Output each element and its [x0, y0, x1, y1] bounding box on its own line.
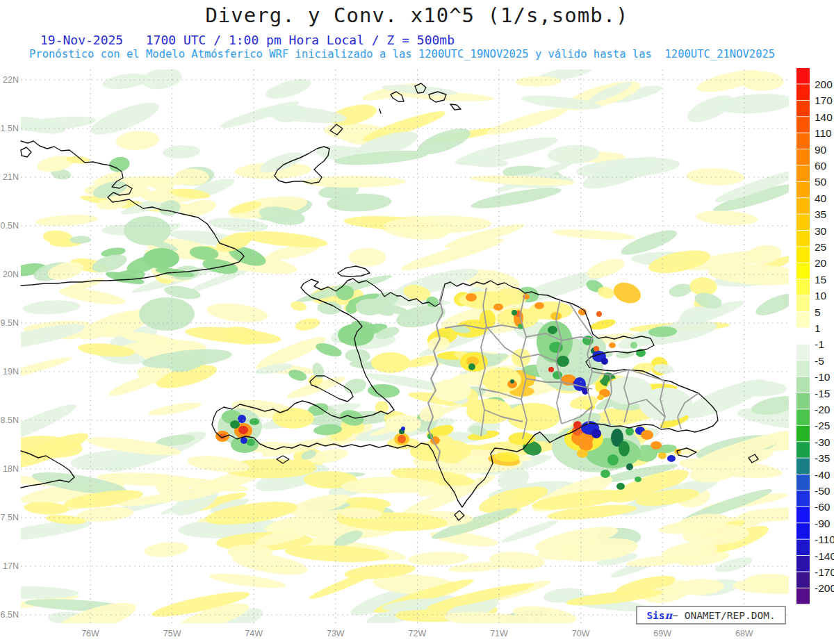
colorbar-block [796, 296, 810, 312]
latitude-label: 8.5N [1, 415, 19, 425]
colorbar-block [796, 231, 810, 247]
colorbar-block [796, 540, 810, 556]
colorbar-label: -140 [815, 550, 834, 562]
colorbar-label: 35 [815, 208, 826, 220]
colorbar-label: 20 [815, 257, 827, 269]
divergence-map: 22N1.5N21N0.5N20N9.5N19N8.5N18N7.5N17N6.… [0, 0, 834, 644]
longitude-label: 68W [735, 629, 753, 638]
colorbar-block [796, 345, 810, 361]
sispi-brand: Sis [646, 610, 664, 621]
latitude-label: 6.5N [1, 610, 19, 620]
colorbar-block [796, 215, 810, 231]
colorbar-label: 25 [815, 241, 826, 253]
latitude-label: 1.5N [1, 124, 19, 133]
credit-org: ONAMET/REP.DOM. [685, 610, 776, 621]
colorbar-block [796, 490, 810, 506]
colorbar-block [796, 149, 810, 165]
colorbar-label: -35 [815, 452, 830, 464]
colorbar-label: 10 [815, 290, 827, 302]
colorbar-label: 90 [815, 144, 827, 156]
shaded-field [0, 65, 831, 644]
latitude-label: 17N [3, 561, 19, 571]
tortuga-island [338, 266, 370, 276]
longitude-label: 73W [327, 629, 345, 638]
latitude-label: 19N [3, 367, 19, 377]
colorbar-block [796, 393, 810, 409]
colorbar-block [796, 263, 810, 279]
credit-box: Sisπ− ONAMET/REP.DOM. [636, 606, 786, 625]
colorbar-label: 1 [815, 322, 821, 334]
colorbar-label: -15 [815, 388, 830, 399]
colorbar-label: -110 [815, 534, 834, 545]
colorbar-block [796, 101, 810, 117]
colorbar-block [796, 507, 810, 523]
colorbar-label: -5 [815, 355, 824, 367]
colorbar-label: -30 [815, 436, 831, 448]
colorbar-label: 15 [815, 274, 826, 286]
colorbar-label: 170 [815, 94, 833, 106]
colorbar-label: -1 [815, 338, 824, 350]
colorbar-label: -50 [815, 485, 831, 497]
latitude-label: 21N [3, 172, 19, 182]
colorbar-block [796, 279, 810, 295]
colorbar-block [796, 572, 810, 588]
colorbar-block [796, 133, 810, 149]
colorbar-block [796, 328, 810, 344]
colorbar-block [796, 312, 810, 328]
longitude-label: 69W [653, 629, 671, 638]
colorbar-block [796, 84, 810, 99]
colorbar-label: -200 [815, 582, 834, 594]
colorbar-block [796, 459, 810, 474]
grand-turk [450, 104, 461, 110]
colorbar-label: -20 [815, 404, 831, 415]
longitude-label: 76W [81, 629, 99, 638]
colorbar-label: -170 [815, 566, 834, 578]
colorbar-block [796, 588, 810, 604]
colorbar-block [796, 556, 810, 572]
colorbar-block [796, 442, 810, 458]
latitude-label: 20N [3, 270, 19, 279]
latitude-label: 0.5N [1, 221, 19, 231]
colorbar-block [796, 361, 810, 377]
longitude-label: 70W [572, 629, 590, 638]
colorbar-label: 60 [815, 160, 827, 172]
colorbar-label: -25 [815, 420, 830, 431]
colorbar-block [796, 247, 810, 263]
colorbar-block [796, 474, 810, 490]
colorbar-label: 200 [815, 79, 833, 90]
colorbar-block [796, 182, 810, 198]
colorbar-label: -10 [815, 371, 831, 383]
colorbar-label: 140 [815, 111, 833, 123]
latitude-label: 9.5N [1, 318, 19, 328]
colorbar-block [796, 426, 810, 442]
colorbar-label: 30 [815, 225, 827, 237]
colorbar-label: 5 [815, 306, 821, 318]
longitude-label: 71W [490, 629, 508, 638]
colorbar-label: -60 [815, 501, 831, 513]
colorbar-block [796, 377, 810, 393]
latitude-label: 7.5N [1, 513, 19, 522]
colorbar-block [796, 68, 810, 84]
colorbar-block [796, 198, 810, 214]
pi-symbol: π [665, 609, 673, 621]
colorbar-label: 50 [815, 176, 827, 188]
colorbar-block [796, 165, 810, 181]
longitude-label: 74W [245, 629, 263, 638]
cuba-islet [21, 147, 31, 157]
colorbar-labels: 2001701401109060504035302520151051-1-5-1… [815, 79, 834, 594]
latitude-label: 18N [3, 464, 19, 474]
colorbar-label: -90 [815, 518, 831, 529]
colorbar-block [796, 409, 810, 425]
colorbar-label: 40 [815, 192, 827, 204]
longitude-label: 75W [163, 629, 181, 638]
latitude-label: 22N [3, 75, 19, 85]
caicos-tick [379, 109, 381, 113]
longitude-label: 72W [409, 629, 427, 638]
colorbar-label: 110 [815, 127, 832, 139]
colorbar [796, 68, 810, 604]
colorbar-block [796, 117, 810, 133]
forecast-page: Diverg. y Conv. x10^5 (1/s,somb.) 19-Nov… [0, 0, 834, 644]
credit-separator: − [672, 610, 684, 621]
colorbar-label: -40 [815, 469, 831, 481]
colorbar-block [796, 523, 810, 539]
